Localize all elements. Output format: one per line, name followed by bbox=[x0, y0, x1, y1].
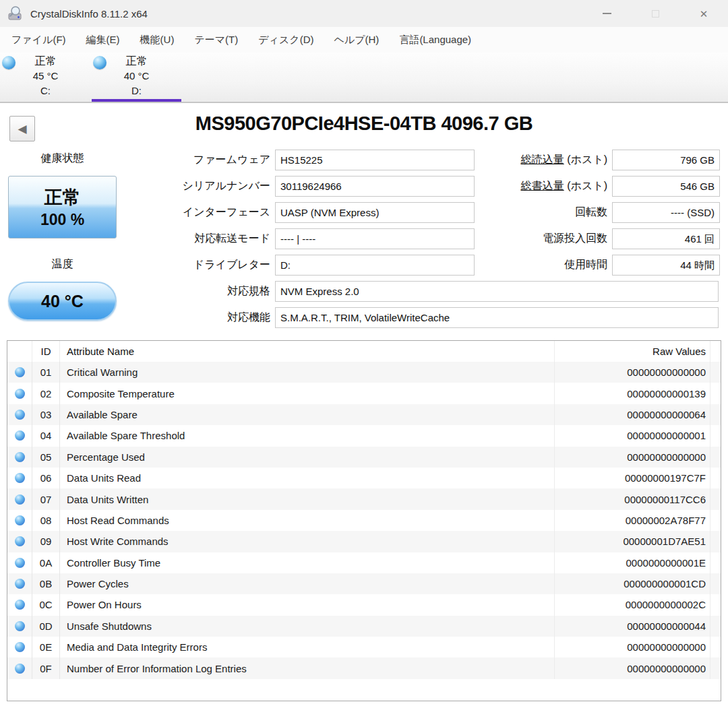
row-status-cell bbox=[7, 657, 32, 678]
row-status-cell bbox=[7, 594, 32, 615]
row-padding-cell bbox=[710, 383, 721, 404]
smart-table-row[interactable]: 0F Number of Error Information Log Entri… bbox=[7, 657, 721, 678]
row-status-cell bbox=[7, 404, 32, 425]
title-bar[interactable]: CrystalDiskInfo 8.11.2 x64 ✕ bbox=[0, 0, 728, 27]
main-panel: ◀ MS950G70PCIe4HSE-04TB 4096.7 GB 健康状態 正… bbox=[0, 103, 728, 706]
field-row: 使用時間 44 時間 bbox=[472, 255, 720, 276]
disk-drive-letter: C: bbox=[0, 84, 91, 98]
status-orb-icon bbox=[15, 558, 25, 568]
attribute-raw-value: 00000002A78F77 bbox=[555, 510, 710, 531]
field-label: シリアルナンバー bbox=[155, 179, 275, 193]
field-value-box: 461 回 bbox=[612, 228, 720, 249]
attribute-id: 09 bbox=[32, 531, 60, 552]
field-label-link[interactable]: 総書込量 bbox=[521, 180, 564, 191]
smart-table-row[interactable]: 03 Available Spare 00000000000064 bbox=[7, 404, 721, 425]
field-label: 対応規格 bbox=[155, 284, 275, 298]
field-value-box: S.M.A.R.T., TRIM, VolatileWriteCache bbox=[275, 307, 719, 328]
attribute-name: Critical Warning bbox=[60, 362, 555, 383]
header-id: ID bbox=[32, 341, 60, 362]
close-button[interactable]: ✕ bbox=[679, 0, 728, 27]
field-label: 総書込量 (ホスト) bbox=[472, 179, 612, 193]
row-status-cell bbox=[7, 552, 32, 573]
field-label-link[interactable]: 使用時間 bbox=[564, 259, 607, 270]
field-label: ファームウェア bbox=[155, 153, 275, 167]
menu-item[interactable]: 機能(U) bbox=[130, 27, 185, 53]
menu-item[interactable]: 言語(Language) bbox=[389, 27, 481, 53]
field-label-link[interactable]: 回転数 bbox=[575, 206, 607, 218]
attribute-name: Unsafe Shutdowns bbox=[60, 616, 555, 637]
row-padding-cell bbox=[710, 594, 721, 615]
field-label-suffix: (ホスト) bbox=[564, 180, 607, 191]
row-padding-cell bbox=[710, 616, 721, 637]
row-status-cell bbox=[7, 616, 32, 637]
row-padding-cell bbox=[710, 447, 721, 468]
smart-table-row[interactable]: 05 Percentage Used 00000000000000 bbox=[7, 447, 721, 468]
row-padding-cell bbox=[710, 637, 721, 657]
disk-selector-strip: 正常 45 °C C: 正常 40 °C D: bbox=[0, 53, 728, 103]
status-orb-icon bbox=[15, 473, 25, 483]
window-controls: ✕ bbox=[582, 0, 728, 27]
status-orb-icon bbox=[15, 410, 25, 420]
status-orb-icon bbox=[15, 600, 25, 610]
header-attribute-name: Attribute Name bbox=[60, 341, 555, 362]
disk-tab[interactable]: 正常 40 °C D: bbox=[91, 53, 182, 102]
smart-table-row[interactable]: 0C Power On Hours 0000000000002C bbox=[7, 594, 721, 615]
smart-table-row[interactable]: 09 Host Write Commands 00000001D7AE51 bbox=[7, 531, 721, 552]
temperature-value: 40 °C bbox=[41, 292, 84, 311]
field-label-suffix: (ホスト) bbox=[564, 154, 607, 165]
smart-table-row[interactable]: 04 Available Spare Threshold 00000000000… bbox=[7, 425, 721, 446]
status-orb-icon bbox=[15, 642, 25, 652]
smart-table-row[interactable]: 07 Data Units Written 00000000117CC6 bbox=[7, 488, 721, 509]
field-row: 電源投入回数 461 回 bbox=[472, 228, 720, 249]
minimize-icon bbox=[603, 13, 611, 14]
field-row: シリアルナンバー 30119624966 bbox=[155, 176, 475, 197]
smart-table-header: ID Attribute Name Raw Values bbox=[7, 341, 721, 362]
attribute-id: 0C bbox=[32, 594, 60, 615]
menu-item[interactable]: 編集(E) bbox=[76, 27, 130, 53]
drive-info-fields-wide: 対応規格 NVM Express 2.0 対応機能 S.M.A.R.T., TR… bbox=[155, 281, 719, 333]
menu-item[interactable]: ヘルプ(H) bbox=[324, 27, 389, 53]
menu-item[interactable]: テーマ(T) bbox=[184, 27, 248, 53]
maximize-icon bbox=[652, 10, 659, 18]
attribute-id: 0D bbox=[32, 616, 60, 637]
menu-item[interactable]: ディスク(D) bbox=[248, 27, 324, 53]
smart-table-row[interactable]: 0E Media and Data Integrity Errors 00000… bbox=[7, 637, 721, 657]
smart-table-row[interactable]: 08 Host Read Commands 00000002A78F77 bbox=[7, 510, 721, 531]
disk-tab[interactable]: 正常 45 °C C: bbox=[0, 53, 91, 102]
attribute-id: 06 bbox=[32, 468, 60, 488]
maximize-button[interactable] bbox=[631, 0, 679, 27]
field-label-link[interactable]: 総読込量 bbox=[521, 154, 564, 165]
row-status-cell bbox=[7, 468, 32, 488]
row-padding-cell bbox=[710, 488, 721, 509]
smart-table-row[interactable]: 0B Power Cycles 000000000001CD bbox=[7, 573, 721, 594]
attribute-name: Composite Temperature bbox=[60, 383, 555, 404]
status-orb-icon bbox=[15, 452, 25, 462]
row-status-cell bbox=[7, 573, 32, 594]
status-orb-icon bbox=[15, 494, 25, 505]
disk-drive-letter: D: bbox=[91, 84, 182, 98]
row-status-cell bbox=[7, 531, 32, 552]
field-label-link[interactable]: 電源投入回数 bbox=[543, 232, 607, 244]
attribute-raw-value: 000000000001CD bbox=[555, 573, 710, 594]
smart-table-row[interactable]: 0A Controller Busy Time 0000000000001E bbox=[7, 552, 721, 573]
smart-table-row[interactable]: 02 Composite Temperature 00000000000139 bbox=[7, 383, 721, 404]
row-status-cell bbox=[7, 488, 32, 509]
attribute-name: Number of Error Information Log Entries bbox=[60, 657, 555, 678]
field-row: 対応規格 NVM Express 2.0 bbox=[155, 281, 719, 302]
disk-health-orb-icon bbox=[93, 56, 107, 69]
row-padding-cell bbox=[710, 552, 721, 573]
smart-table-row[interactable]: 0D Unsafe Shutdowns 00000000000044 bbox=[7, 616, 721, 637]
field-row: 総読込量 (ホスト) 796 GB bbox=[472, 150, 720, 170]
attribute-id: 04 bbox=[32, 425, 60, 446]
attribute-raw-value: 00000000197C7F bbox=[555, 468, 710, 488]
minimize-button[interactable] bbox=[582, 0, 631, 27]
menu-item[interactable]: ファイル(F) bbox=[1, 27, 76, 53]
close-icon: ✕ bbox=[700, 9, 708, 19]
status-orb-icon bbox=[15, 664, 25, 674]
smart-table-row[interactable]: 06 Data Units Read 00000000197C7F bbox=[7, 468, 721, 488]
smart-table-row[interactable]: 01 Critical Warning 00000000000000 bbox=[7, 362, 721, 383]
smart-attribute-table: ID Attribute Name Raw Values 01 Critical… bbox=[7, 340, 721, 701]
attribute-raw-value: 00000000000064 bbox=[555, 404, 710, 425]
temperature-pill: 40 °C bbox=[8, 282, 117, 321]
field-value-box: ---- (SSD) bbox=[612, 202, 720, 223]
